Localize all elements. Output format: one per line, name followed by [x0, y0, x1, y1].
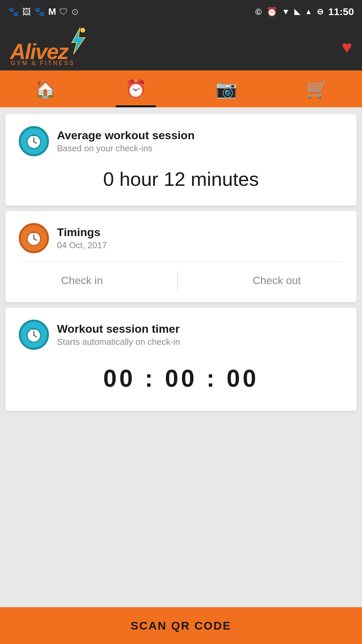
status-icons-left: 🐾 🖼 🐾 M 🛡 ⊙: [8, 6, 79, 17]
check-in-button[interactable]: Check in: [51, 271, 113, 290]
timings-icon-circle: [19, 223, 49, 253]
svg-rect-5: [31, 135, 37, 136]
status-bar-right: © ⏰ ▼ ◣ ▲ ⊖ 11:50: [255, 6, 354, 17]
check-buttons-divider: [177, 271, 178, 290]
average-workout-card: Average workout session Based on your ch…: [5, 114, 357, 206]
svg-rect-10: [31, 231, 37, 233]
alarm-icon: ⏰: [266, 7, 277, 17]
timings-clock-icon: [24, 229, 43, 248]
svg-rect-15: [31, 328, 37, 330]
status-bar: 🐾 🖼 🐾 M 🛡 ⊙ © ⏰ ▼ ◣ ▲ ⊖ 11:50: [0, 0, 362, 23]
average-workout-title: Average workout session: [57, 129, 195, 142]
timings-header: Timings 04 Oct, 2017: [19, 223, 343, 253]
average-workout-title-area: Average workout session Based on your ch…: [57, 129, 195, 154]
cart-icon: 🛒: [306, 79, 328, 99]
nav-item-home[interactable]: 🏠: [0, 70, 90, 107]
app-header: Alivez GYM & FITNESS ♥: [0, 23, 362, 70]
battery-icon: ⊖: [317, 7, 323, 16]
workout-timer-icon-circle: [19, 320, 49, 350]
workout-timer-title-area: Workout session timer Starts automatical…: [57, 322, 180, 347]
nav-item-timer[interactable]: ⏰: [90, 70, 181, 107]
workout-timer-title: Workout session timer: [57, 322, 180, 335]
signal-icon-2: ▲: [305, 7, 312, 16]
timings-date: 04 Oct, 2017: [57, 240, 107, 251]
medium-icon: M: [48, 6, 56, 17]
home-icon: 🏠: [35, 79, 56, 99]
alarm-clock-icon: ⏰: [125, 79, 147, 99]
nav-bar: 🏠 ⏰ 📷 🛒: [0, 70, 362, 107]
average-workout-header: Average workout session Based on your ch…: [19, 126, 343, 156]
shield-icon: 🛡: [59, 7, 68, 17]
workout-timer-header: Workout session timer Starts automatical…: [19, 320, 343, 350]
workout-timer-subtitle: Starts automatically on check-in: [57, 337, 180, 347]
favorite-heart-icon[interactable]: ♥: [342, 37, 352, 57]
content-spacer: [5, 416, 357, 600]
notif-icon-1: 🐾: [8, 7, 19, 17]
timings-title: Timings: [57, 226, 107, 239]
logo-text: Alivez: [10, 41, 68, 62]
wifi-icon: ▼: [282, 7, 290, 16]
logo: Alivez GYM & FITNESS: [10, 28, 87, 67]
average-workout-subtitle: Based on your check-ins: [57, 143, 195, 154]
scan-qr-button[interactable]: SCAN QR CODE: [0, 607, 362, 644]
svg-point-1: [80, 28, 85, 33]
avg-workout-icon-circle: [19, 126, 49, 156]
logo-bolt-icon: [67, 28, 87, 54]
signal-icon-1: ◣: [294, 7, 300, 16]
copyright-icon: ©: [255, 7, 262, 17]
scan-qr-label: SCAN QR CODE: [131, 619, 231, 632]
circle-icon: ⊙: [71, 7, 79, 17]
logo-area: Alivez GYM & FITNESS: [10, 28, 87, 67]
timings-title-area: Timings 04 Oct, 2017: [57, 226, 107, 251]
notif-icon-2: 🐾: [34, 7, 45, 17]
timings-card: Timings 04 Oct, 2017 Check in Check out: [5, 211, 357, 302]
average-workout-value: 0 hour 12 minutes: [19, 164, 343, 194]
check-buttons-row: Check in Check out: [19, 271, 343, 290]
timer-display: 00 : 00 : 00: [19, 358, 343, 399]
nav-item-camera[interactable]: 📷: [181, 70, 272, 107]
nav-item-cart[interactable]: 🛒: [272, 70, 362, 107]
avg-workout-clock-icon: [24, 132, 43, 151]
workout-timer-card: Workout session timer Starts automatical…: [5, 308, 357, 411]
image-icon: 🖼: [22, 7, 31, 17]
timings-divider: [19, 261, 343, 262]
check-out-button[interactable]: Check out: [243, 271, 311, 290]
logo-subtitle: GYM & FITNESS: [11, 60, 87, 67]
workout-timer-clock-icon: [24, 325, 43, 344]
clock-time: 11:50: [328, 6, 354, 17]
camera-icon: 📷: [216, 79, 237, 99]
main-content: Average workout session Based on your ch…: [0, 107, 362, 607]
